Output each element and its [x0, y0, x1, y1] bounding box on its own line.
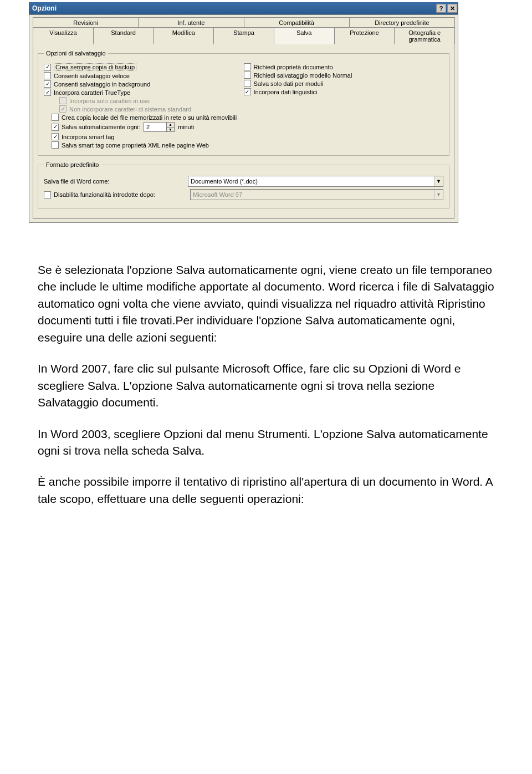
lbl-backup: Crea sempre copia di backup — [54, 63, 136, 71]
chk-backup[interactable]: ✓ — [44, 64, 51, 71]
chk-data-only[interactable] — [244, 80, 251, 87]
autosave-spinner[interactable]: ▲▼ — [144, 122, 175, 132]
tab-standard[interactable]: Standard — [93, 27, 154, 44]
dropdown-save-as-value: Documento Word (*.doc) — [191, 178, 258, 185]
lbl-disable-after: Disabilita funzionalità introdotte dopo: — [54, 191, 190, 198]
lbl-prompt-normal: Richiedi salvataggio modello Normal — [254, 72, 352, 79]
lbl-smarttag: Incorpora smart tag — [62, 134, 114, 140]
chk-truetype[interactable]: ✓ — [44, 89, 51, 96]
lbl-smarttag-xml: Salva smart tag come proprietà XML nelle… — [62, 142, 209, 149]
doc-paragraph-1: Se è selezionata l'opzione Salva automat… — [38, 262, 494, 346]
lbl-background: Consenti salvataggio in background — [54, 81, 150, 88]
autosave-value[interactable] — [144, 122, 167, 132]
tab-modifica[interactable]: Modifica — [153, 27, 214, 44]
titlebar-title: Opzioni — [32, 4, 435, 12]
doc-paragraph-3: In Word 2003, scegliere Opzioni dal menu… — [38, 426, 494, 460]
chk-disable-after[interactable] — [44, 191, 51, 198]
chk-linguistic[interactable]: ✓ — [244, 88, 251, 95]
tab-salva[interactable]: Salva — [274, 27, 335, 44]
chk-smarttag[interactable]: ✓ — [52, 133, 59, 140]
dropdown-disable-after-value: Microsoft Word 97 — [193, 191, 242, 198]
doc-paragraph-4: È anche possibile imporre il tentativo d… — [38, 473, 494, 507]
chk-smarttag-xml[interactable] — [52, 141, 59, 149]
legend-default-format: Formato predefinito — [44, 161, 101, 168]
tab-row-2: Visualizza Standard Modifica Stampa Salv… — [33, 27, 454, 44]
fieldset-save-options: Opzioni di salvataggio ✓ Crea sempre cop… — [38, 50, 449, 156]
chk-prompt-normal[interactable] — [244, 72, 251, 79]
dialog-body: Revisioni Inf. utente Compatibilità Dire… — [29, 14, 458, 223]
chk-no-system: ✓ — [59, 105, 66, 113]
lbl-autosave-unit: minuti — [178, 124, 194, 130]
tab-revisioni[interactable]: Revisioni — [33, 17, 139, 28]
chk-autosave[interactable]: ✓ — [52, 124, 59, 131]
chevron-down-icon: ▼ — [434, 190, 443, 200]
chevron-down-icon: ▼ — [434, 176, 443, 186]
tab-directory-predefinite[interactable]: Directory predefinite — [349, 17, 455, 28]
document-body: Se è selezionata l'opzione Salva automat… — [38, 262, 494, 507]
chk-only-used — [59, 97, 66, 104]
spin-up-icon[interactable]: ▲ — [167, 123, 174, 128]
tab-panel-salva: Opzioni di salvataggio ✓ Crea sempre cop… — [33, 44, 454, 219]
close-button[interactable]: ✕ — [447, 4, 457, 13]
tab-row-1: Revisioni Inf. utente Compatibilità Dire… — [33, 17, 454, 28]
lbl-prompt-props: Richiedi proprietà documento — [254, 64, 333, 70]
options-dialog: Opzioni ? ✕ Revisioni Inf. utente Compat… — [29, 2, 458, 223]
lbl-autosave: Salva automaticamente ogni: — [62, 124, 140, 130]
doc-paragraph-2: In Word 2007, fare clic sul pulsante Mic… — [38, 360, 494, 411]
titlebar[interactable]: Opzioni ? ✕ — [29, 2, 458, 14]
chk-background[interactable]: ✓ — [44, 80, 51, 88]
lbl-truetype: Incorpora caratteri TrueType — [54, 89, 130, 96]
lbl-save-as: Salva file di Word come: — [44, 178, 188, 185]
tab-ortografia[interactable]: Ortografia e grammatica — [394, 27, 455, 44]
lbl-no-system: Non incorporare caratteri di sistema sta… — [69, 106, 191, 113]
dropdown-save-as[interactable]: Documento Word (*.doc) ▼ — [188, 176, 443, 187]
dropdown-disable-after: Microsoft Word 97 ▼ — [190, 189, 443, 200]
help-button[interactable]: ? — [436, 4, 446, 13]
lbl-local-copy: Crea copia locale dei file memorizzati i… — [62, 114, 237, 121]
spin-down-icon[interactable]: ▼ — [167, 128, 174, 132]
fieldset-default-format: Formato predefinito Salva file di Word c… — [38, 161, 449, 208]
tab-compatibilita[interactable]: Compatibilità — [244, 17, 350, 28]
lbl-only-used: Incorpora solo caratteri in uso — [69, 98, 150, 104]
tab-stampa[interactable]: Stampa — [213, 27, 274, 44]
tab-inf-utente[interactable]: Inf. utente — [138, 17, 244, 28]
tab-protezione[interactable]: Protezione — [334, 27, 395, 44]
lbl-linguistic: Incorpora dati linguistici — [254, 89, 318, 95]
tab-visualizza[interactable]: Visualizza — [33, 27, 94, 44]
legend-save-options: Opzioni di salvataggio — [44, 50, 108, 57]
chk-fastsave[interactable] — [44, 72, 51, 79]
lbl-data-only: Salva solo dati per moduli — [254, 80, 324, 87]
chk-prompt-props[interactable] — [244, 63, 251, 70]
chk-local-copy[interactable] — [52, 114, 59, 121]
lbl-fastsave: Consenti salvataggio veloce — [54, 73, 130, 79]
